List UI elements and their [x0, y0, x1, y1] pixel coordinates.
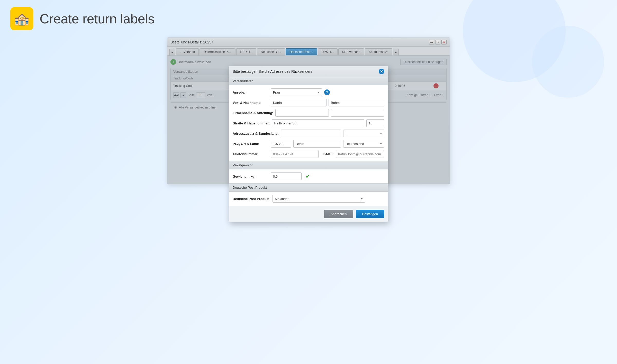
email-input[interactable] [336, 150, 384, 158]
paketgewicht-grid: Gewicht in kg: ✔ [229, 169, 388, 184]
strasse-label: Straße & Hausnummer: [233, 121, 270, 125]
firma1-input[interactable] [275, 109, 329, 117]
window-frame: Bestellungs-Details: 20257 — □ ✕ ◄ ← Ver… [167, 38, 450, 184]
plz-row: PLZ, Ort & Land: Deutschland Österreich … [233, 140, 384, 148]
dp-produkt-title: Deutsche Post Produkt [229, 184, 388, 192]
tab-versand-prev[interactable]: ← Versand [176, 48, 199, 55]
anrede-help-button[interactable]: ? [324, 89, 330, 95]
tabs-bar: ◄ ← Versand Österreichische Po... DPD H.… [167, 47, 450, 56]
produkt-select[interactable]: Maxibrief Kompaktbrief Großbrief Standar… [273, 195, 365, 203]
tab-kontoum[interactable]: Kontoümsätze [365, 48, 392, 55]
tab-next-button[interactable]: ► [393, 49, 399, 55]
nachname-input[interactable] [329, 99, 384, 106]
maximize-button[interactable]: □ [435, 40, 440, 44]
tab-dhl[interactable]: DHL Versand [338, 48, 364, 55]
vorname-input[interactable] [271, 99, 326, 106]
produkt-select-wrapper: Maxibrief Kompaktbrief Großbrief Standar… [273, 195, 365, 203]
strasse-input[interactable] [272, 119, 364, 127]
gewicht-input[interactable] [271, 172, 302, 180]
tab-oesterreich[interactable]: Österreichische Po... [199, 48, 235, 55]
name-label: Vor- & Nachname: [233, 101, 269, 105]
window-content: + Briefmarke hinzufügen Rücksendeetikett… [167, 56, 450, 184]
versanddaten-title: Versanddaten [229, 77, 388, 85]
name-row: Vor- & Nachname: [233, 99, 384, 106]
window-title: Bestellungs-Details: 20257 [170, 40, 213, 44]
post-horn-icon: 🏤 [14, 12, 30, 26]
tab-ups[interactable]: UPS H... [318, 48, 338, 55]
modal-body: Versanddaten Anrede: Frau Herr [229, 77, 388, 206]
versanddaten-section: Versanddaten Anrede: Frau Herr [229, 77, 388, 161]
paketgewicht-title: Paketgewicht [229, 161, 388, 169]
bg-decoration-2 [532, 26, 604, 98]
minimize-button[interactable]: — [429, 40, 434, 44]
dp-produkt-grid: Deutsche Post Produkt: Maxibrief Kompakt… [229, 192, 388, 206]
plz-input[interactable] [271, 140, 291, 148]
firma-label: Firmenname & Abteilung: [233, 111, 273, 115]
modal-close-button[interactable]: ✕ [379, 69, 384, 74]
zusatz-row: Adresszusatz & Bundesland: - Baden-Württ… [233, 130, 384, 137]
telefon-label: Telefonnummer: [233, 152, 269, 156]
zusatz-input[interactable] [281, 130, 341, 137]
anrede-select-wrapper: Frau Herr Divers [271, 88, 322, 96]
paketgewicht-section: Paketgewicht Gewicht in kg: ✔ [229, 161, 388, 184]
tab-dpd[interactable]: DPD H... [236, 48, 256, 55]
strasse-row: Straße & Hausnummer: [233, 119, 384, 127]
anrede-row: Anrede: Frau Herr Divers ? [233, 88, 384, 96]
tab-deutsche-bu[interactable]: Deutsche Bu... [257, 48, 285, 55]
produkt-label: Deutsche Post Produkt: [233, 197, 270, 201]
page-title: Create return labels [40, 11, 155, 26]
plz-label: PLZ, Ort & Land: [233, 142, 269, 146]
gewicht-row: Gewicht in kg: ✔ [233, 172, 384, 180]
anrede-select[interactable]: Frau Herr Divers [271, 88, 322, 96]
ort-input[interactable] [293, 140, 341, 148]
modal-overlay: Bitte bestätigen Sie die Adresse des Rüc… [167, 56, 450, 184]
land-select[interactable]: Deutschland Österreich Schweiz [343, 140, 384, 148]
bundesland-select[interactable]: - Baden-Württemberg Bayern Berlin [343, 130, 384, 137]
tab-prev-button[interactable]: ◄ [169, 49, 175, 55]
firma-row: Firmenname & Abteilung: [233, 109, 384, 117]
tab-deutsche-post[interactable]: Deutsche Post ... [286, 48, 317, 55]
modal-title: Bitte bestätigen Sie die Adresse des Rüc… [233, 69, 312, 74]
telefon-input[interactable] [271, 150, 319, 158]
land-select-wrapper: Deutschland Österreich Schweiz [343, 140, 384, 148]
dp-produkt-section: Deutsche Post Produkt Deutsche Post Prod… [229, 184, 388, 206]
modal-dialog: Bitte bestätigen Sie die Adresse des Rüc… [229, 66, 388, 222]
firma2-input[interactable] [331, 109, 384, 117]
bundesland-select-wrapper: - Baden-Württemberg Bayern Berlin [343, 130, 384, 137]
telefon-row: Telefonnummer: E-Mail: [233, 150, 384, 158]
close-window-button[interactable]: ✕ [441, 40, 447, 44]
app-logo: 🏤 [10, 7, 33, 30]
zusatz-label: Adresszusatz & Bundesland: [233, 132, 279, 135]
modal-footer: Abbrechen Bestätigen [229, 206, 388, 222]
versanddaten-grid: Anrede: Frau Herr Divers ? [229, 85, 388, 161]
window-titlebar: Bestellungs-Details: 20257 — □ ✕ [167, 38, 450, 47]
confirm-button[interactable]: Bestätigen [356, 210, 384, 218]
email-label: E-Mail: [323, 152, 334, 156]
checkmark-icon: ✔ [306, 173, 310, 179]
hausnr-input[interactable] [366, 119, 384, 127]
anrede-label: Anrede: [233, 90, 269, 94]
window-controls: — □ ✕ [429, 40, 447, 44]
produkt-row: Deutsche Post Produkt: Maxibrief Kompakt… [233, 195, 384, 203]
cancel-button[interactable]: Abbrechen [324, 210, 353, 218]
gewicht-label: Gewicht in kg: [233, 175, 269, 178]
modal-header: Bitte bestätigen Sie die Adresse des Rüc… [229, 66, 388, 77]
